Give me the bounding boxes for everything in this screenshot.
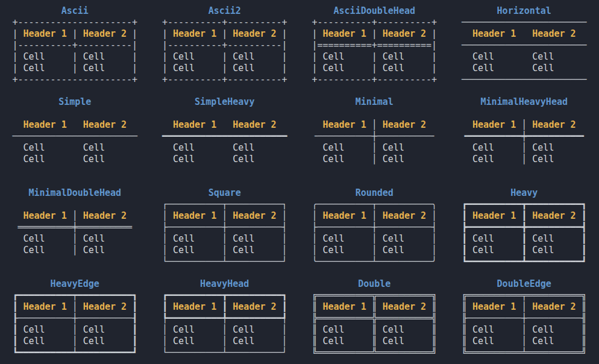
table-title-heavy-head: HeavyHead bbox=[200, 278, 249, 290]
table-square: ┌──────────┬──────────┐│ Header 1 │ Head… bbox=[162, 199, 287, 268]
table-line: Cell │ Cell bbox=[462, 142, 587, 154]
border-chars: │ bbox=[431, 233, 437, 244]
border-chars: ║ bbox=[372, 301, 377, 312]
table-title-heavy: Heavy bbox=[510, 187, 538, 199]
cell-text: Cell bbox=[527, 51, 581, 62]
cell-text: Cell bbox=[467, 324, 521, 335]
cell-text: Cell bbox=[317, 154, 371, 165]
border-chars: ┗━━━━━━━━━━┻━━━━━━━━━━┛ bbox=[462, 256, 587, 267]
border-chars bbox=[582, 63, 587, 74]
border-chars: |----------+----------| bbox=[162, 40, 287, 51]
table-line: Cell Cell bbox=[12, 142, 137, 154]
border-chars: | bbox=[162, 51, 168, 62]
border-chars: │ bbox=[282, 210, 287, 221]
cell-text: Cell bbox=[467, 63, 521, 74]
border-chars bbox=[521, 63, 527, 74]
cell-text: Cell bbox=[78, 154, 132, 165]
table-line: +---------------------+ bbox=[12, 17, 137, 28]
table-line: ├──────────┼──────────┤ bbox=[312, 222, 437, 233]
border-chars: |----------+----------| bbox=[12, 40, 137, 51]
border-chars: ══════════╪══════════ bbox=[12, 222, 137, 233]
cell-text: Cell bbox=[17, 233, 72, 244]
cell-text: Cell bbox=[78, 63, 132, 74]
table-line: ╠══════════╬══════════╣ bbox=[312, 313, 437, 324]
cell-text: Cell bbox=[527, 63, 581, 74]
header-text: Header 2 bbox=[527, 210, 581, 221]
cell-text: Cell bbox=[17, 142, 72, 153]
table-line: |----------+----------| bbox=[162, 40, 287, 51]
cell-text: Cell bbox=[317, 336, 371, 347]
border-chars: │ bbox=[431, 245, 437, 256]
border-chars bbox=[462, 119, 467, 130]
table-line: ╔══════════╦══════════╗ bbox=[312, 290, 437, 301]
border-chars bbox=[582, 154, 587, 165]
border-chars: | bbox=[282, 28, 287, 39]
border-chars bbox=[462, 51, 467, 62]
table-line: | Cell | Cell | bbox=[162, 51, 287, 63]
table-line: Cell Cell bbox=[462, 51, 587, 63]
table-line: Header 1 │ Header 2 bbox=[312, 119, 437, 131]
table-line: ┠──────────┼──────────┨ bbox=[12, 313, 137, 324]
table-line: ║ Cell │ Cell ║ bbox=[462, 336, 587, 347]
cell-text: Cell bbox=[467, 51, 521, 62]
header-text: Header 1 bbox=[17, 210, 72, 221]
table-line: ┃ Cell │ Cell ┃ bbox=[12, 336, 137, 347]
border-chars: | bbox=[72, 28, 78, 39]
table-line: +----------+----------+ bbox=[312, 74, 437, 86]
table-line: Header 1 Header 2 bbox=[12, 119, 137, 131]
table-line: ┡━━━━━━━━━━╇━━━━━━━━━━┩ bbox=[162, 313, 287, 324]
border-chars: ║ bbox=[431, 336, 437, 347]
table-line: └──────────┴──────────┘ bbox=[162, 347, 287, 359]
border-chars: │ bbox=[521, 154, 527, 165]
table-line: | Header 1 | Header 2 | bbox=[312, 28, 437, 40]
border-chars: ├──────────┼──────────┤ bbox=[162, 222, 287, 233]
table-line: ╚══════════╧══════════╝ bbox=[462, 347, 587, 359]
border-chars: +---------------------+ bbox=[12, 17, 137, 28]
border-chars: | bbox=[162, 28, 168, 39]
table-card-square: Square ┌──────────┬──────────┐│ Header 1… bbox=[150, 182, 300, 273]
cell-text: Cell bbox=[377, 245, 431, 256]
border-chars: ┏━━━━━━━━━━┳━━━━━━━━━━┓ bbox=[162, 290, 287, 301]
border-chars: | bbox=[372, 51, 377, 62]
table-minimal-double-head: Header 1 │ Header 2 ══════════╪═════════… bbox=[12, 210, 137, 256]
border-chars: ║ bbox=[582, 301, 587, 312]
table-line: |==========+==========| bbox=[312, 40, 437, 51]
cell-text: Cell bbox=[168, 154, 222, 165]
cell-text: Cell bbox=[78, 142, 132, 153]
border-chars bbox=[462, 154, 467, 165]
border-chars: | bbox=[222, 63, 227, 74]
border-chars bbox=[222, 154, 227, 165]
table-line: | Cell | Cell | bbox=[12, 51, 137, 63]
table-card-heavy-head: HeavyHead ┏━━━━━━━━━━┳━━━━━━━━━━┓┃ Heade… bbox=[150, 273, 300, 364]
border-chars: ┃ bbox=[132, 324, 137, 335]
cell-text: Cell bbox=[168, 63, 222, 74]
table-line: ┃ Header 1 ┃ Header 2 ┃ bbox=[462, 210, 587, 222]
cell-text: Cell bbox=[377, 324, 431, 335]
cell-text: Cell bbox=[377, 142, 431, 153]
table-card-heavy-edge: HeavyEdge ┏━━━━━━━━━━┯━━━━━━━━━━┓┃ Heade… bbox=[0, 273, 150, 364]
table-line: Cell │ Cell bbox=[12, 245, 137, 256]
table-line: ┃ Header 1 ┃ Header 2 ┃ bbox=[162, 301, 287, 313]
border-chars: ╰──────────┴──────────╯ bbox=[312, 256, 437, 267]
table-line: ┃ Cell ┃ Cell ┃ bbox=[462, 233, 587, 245]
border-chars: │ bbox=[72, 245, 78, 256]
table-title-simple: Simple bbox=[58, 96, 91, 108]
table-line: ══════════╪══════════ bbox=[12, 222, 137, 233]
border-chars: | bbox=[222, 51, 227, 62]
header-text: Header 2 bbox=[377, 210, 431, 221]
border-chars: ╔══════════╤══════════╗ bbox=[462, 290, 587, 301]
cell-text: Cell bbox=[168, 51, 222, 62]
cell-text: Cell bbox=[168, 324, 222, 335]
table-title-heavy-edge: HeavyEdge bbox=[51, 278, 99, 290]
table-line: +---------------------+ bbox=[12, 74, 137, 86]
border-chars: │ bbox=[72, 336, 78, 347]
header-text: Header 1 bbox=[467, 119, 521, 130]
border-chars bbox=[582, 51, 587, 62]
border-chars: │ bbox=[222, 245, 227, 256]
border-chars: ┗━━━━━━━━━━┷━━━━━━━━━━┛ bbox=[12, 347, 137, 358]
border-chars: ╚══════════╧══════════╝ bbox=[462, 347, 587, 358]
border-chars: ┃ bbox=[582, 210, 587, 221]
cell-text: Cell bbox=[168, 142, 222, 153]
table-line: ╺━━━━━━━━━━┿━━━━━━━━━━╸ bbox=[462, 131, 587, 142]
border-chars: ─────────────────────── bbox=[462, 40, 587, 51]
